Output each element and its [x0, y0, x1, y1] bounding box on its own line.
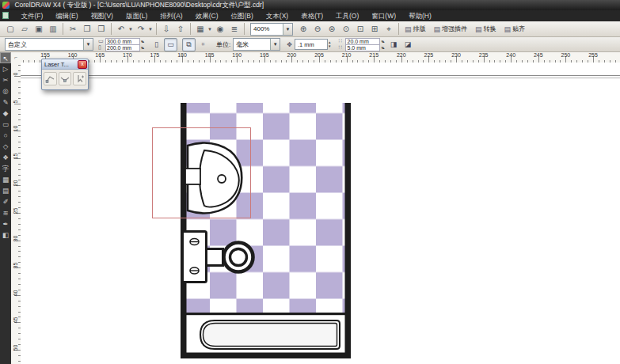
ruler-label: 235 [479, 52, 489, 58]
menu-编辑(E)[interactable]: 编辑(E) [49, 10, 84, 21]
laser-palette[interactable]: Laser T... x [41, 59, 89, 90]
zoom-tool[interactable]: ◎ [0, 85, 11, 97]
open-document-button[interactable]: ▱ [17, 22, 32, 36]
menu-文件(F)[interactable]: 文件(F) [14, 10, 49, 21]
menu-位图(B)[interactable]: 位图(B) [224, 10, 259, 21]
wash-basin[interactable] [185, 143, 242, 214]
horizontal-ruler[interactable]: 1551601651701751801851901952002052102152… [21, 52, 620, 63]
fill-tool[interactable]: ◧ [0, 229, 11, 241]
drawing-canvas[interactable] [21, 63, 620, 364]
duplicate-y-spinner[interactable]: ▾▴ [381, 45, 383, 50]
shape-tool[interactable]: ▷ [0, 63, 11, 74]
new-document-button[interactable]: ▢ [3, 22, 17, 36]
toolbar-button-转换[interactable]: ▤转换 [472, 22, 501, 36]
toolbar-button-增强插件[interactable]: ▤增强插件 [431, 22, 473, 36]
outline-pen-tool[interactable]: ✒ [0, 218, 11, 229]
chevron-down-icon[interactable]: ▼ [283, 24, 292, 35]
smart-fill-tool[interactable]: ◆ [0, 108, 11, 119]
canvas-artwork [21, 63, 620, 364]
bathtub-wall-line[interactable] [186, 313, 345, 315]
document-icon[interactable] [2, 12, 9, 19]
toolbar-separator [244, 23, 245, 35]
units-combo[interactable]: 毫米 ▼ [233, 38, 280, 51]
redo-button[interactable]: ↷ [134, 22, 148, 36]
chevron-down-icon[interactable]: ▼ [270, 39, 280, 50]
toolbar-button-排版[interactable]: ▤排版 [401, 22, 431, 36]
menu-窗口(W)[interactable]: 窗口(W) [365, 10, 402, 21]
zoom-in-button[interactable]: ⊕ [296, 22, 310, 36]
blend-tool[interactable]: ≋ [0, 207, 11, 218]
cursor-tool[interactable] [73, 72, 86, 85]
zoom-to-page-button[interactable]: ⊡ [353, 22, 367, 36]
nudge-offset-field[interactable]: .1 mm [295, 39, 328, 50]
curve-node-tool-1[interactable] [44, 72, 57, 85]
ruler-label: 245 [534, 52, 543, 58]
paper-height-spinner[interactable]: ▾▴ [141, 45, 143, 50]
duplicate-x-spinner[interactable]: ▾▴ [381, 39, 383, 44]
application-launcher-dropdown-icon[interactable]: ▼ [207, 23, 213, 36]
basic-shapes-tool[interactable]: ❖ [0, 152, 11, 163]
eyedropper-tool[interactable]: ✐ [0, 196, 11, 207]
redo-dropdown-icon[interactable]: ▼ [148, 23, 154, 36]
export-button[interactable]: ⇧ [173, 22, 188, 36]
cut-button[interactable]: ✂ [66, 22, 80, 36]
table-tool[interactable]: ▦ [0, 174, 11, 185]
menu-效果(C)[interactable]: 效果(C) [189, 10, 225, 21]
welcome-screen-button[interactable]: ◉ [213, 22, 227, 36]
polygon-tool[interactable]: ◇ [0, 141, 11, 152]
text-tool[interactable]: 字 [0, 163, 11, 174]
application-launcher-button[interactable]: ▦ [193, 22, 207, 36]
bottom-wall[interactable] [181, 353, 351, 359]
paper-height-field[interactable]: 200.0 mm [105, 44, 140, 51]
toolbar-button-贴齐[interactable]: ▤贴齐 [501, 22, 531, 36]
undo-button[interactable]: ↶ [114, 22, 128, 36]
graph-paper-tool[interactable]: ▤ [0, 185, 11, 196]
title-bar[interactable]: CorelDRAW X4 ( 专业版 ) - [C:\Users\LUANPHO… [0, 0, 620, 11]
undo-dropdown-icon[interactable]: ▼ [128, 23, 134, 36]
chevron-down-icon[interactable]: ▼ [83, 39, 93, 50]
crop-tool[interactable]: ✂ [0, 74, 11, 85]
print-document-button[interactable]: ▥ [46, 22, 60, 36]
zoom-to-width-button[interactable]: ⊞ [367, 22, 382, 36]
all-pages-button[interactable]: ⧉ [182, 38, 196, 51]
laser-palette-titlebar[interactable]: Laser T... x [42, 59, 88, 70]
copy-button[interactable]: ❐ [80, 22, 94, 36]
snap-option-button-1[interactable]: ◨ [387, 38, 401, 51]
import-button[interactable]: ⇩ [159, 22, 173, 36]
menu-工具(O)[interactable]: 工具(O) [329, 10, 365, 21]
bathtub[interactable] [200, 320, 340, 349]
nudge-spinner[interactable]: ▴▾ [329, 40, 331, 48]
curve-node-tool-2[interactable] [59, 72, 72, 85]
menu-表格(T)[interactable]: 表格(T) [295, 10, 329, 21]
zoom-out-button[interactable]: ⊖ [310, 22, 325, 36]
basin-tap-box[interactable] [185, 169, 200, 184]
landscape-button[interactable]: ▭ [164, 38, 177, 51]
options-button[interactable]: ≣ [227, 22, 242, 36]
menu-文本(X)[interactable]: 文本(X) [260, 10, 295, 21]
zoom-to-selection-button[interactable]: ⊙ [339, 22, 353, 36]
menu-视图(V)[interactable]: 视图(V) [85, 10, 120, 21]
paste-button[interactable]: ❒ [94, 22, 108, 36]
rectangle-tool[interactable]: ▭ [0, 119, 11, 130]
duplicate-y-field[interactable]: 5.0 mm [345, 44, 380, 51]
menu-排列(A)[interactable]: 排列(A) [154, 10, 188, 21]
snap-option-button-2[interactable]: ◪ [401, 38, 415, 51]
units-value: 毫米 [234, 40, 270, 49]
menu-帮助(H)[interactable]: 帮助(H) [402, 10, 438, 21]
ellipse-tool[interactable]: ○ [0, 130, 11, 141]
ruler-label: 175 [150, 52, 160, 58]
current-page-button[interactable]: ⌗ [196, 38, 210, 51]
pick-tool[interactable]: ↖ [0, 52, 11, 63]
paper-width-spinner[interactable]: ▾▴ [141, 39, 143, 44]
rect-select-zoom-button[interactable]: ⌖ [382, 22, 396, 36]
freehand-tool[interactable]: ✎ [0, 97, 11, 108]
menu-版面(L)[interactable]: 版面(L) [120, 10, 154, 21]
portrait-button[interactable]: ▯ [150, 38, 163, 51]
zoom-level-combo[interactable]: 400% ▼ [250, 23, 293, 36]
page-preset-combo[interactable]: 自定义 ▼ [5, 38, 93, 51]
zoom-actual-size-button[interactable]: ⊜ [325, 22, 339, 36]
basin-drain[interactable] [218, 175, 226, 183]
close-icon[interactable]: x [78, 60, 87, 69]
save-document-button[interactable]: ▣ [32, 22, 46, 36]
right-wall[interactable] [345, 103, 352, 358]
